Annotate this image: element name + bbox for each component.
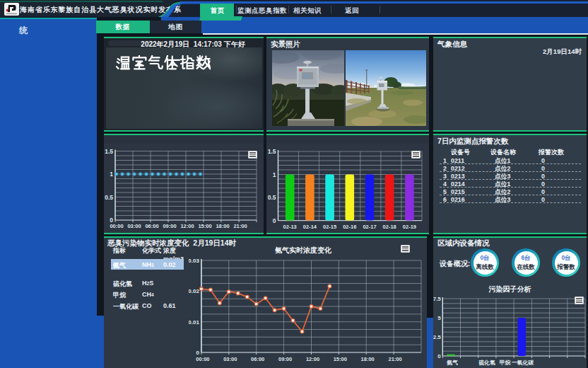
svg-text:06:00: 06:00 (145, 223, 158, 229)
svg-text:21:00: 21:00 (233, 223, 247, 229)
svg-text:0: 0 (196, 350, 199, 356)
svg-text:2.5: 2.5 (433, 334, 441, 340)
svg-text:02-16: 02-16 (343, 224, 356, 230)
svg-text:03:00: 03:00 (127, 223, 141, 229)
svg-text:02-15: 02-15 (323, 224, 336, 230)
svg-text:15:00: 15:00 (334, 356, 347, 362)
svg-text:0.5: 0.5 (268, 194, 276, 201)
svg-text:09:00: 09:00 (163, 223, 176, 229)
svg-text:1.5: 1.5 (268, 148, 276, 155)
svg-text:02-19: 02-19 (403, 224, 416, 230)
svg-text:氨气: 氨气 (446, 360, 458, 366)
svg-text:0.5: 0.5 (105, 194, 113, 201)
svg-text:0.01: 0.01 (189, 319, 199, 326)
svg-text:00:00: 00:00 (196, 356, 209, 362)
svg-text:12:00: 12:00 (306, 356, 319, 362)
svg-text:18:00: 18:00 (216, 223, 229, 229)
svg-text:02-17: 02-17 (363, 224, 376, 230)
svg-text:1.5: 1.5 (105, 148, 113, 155)
svg-text:0.02: 0.02 (189, 288, 199, 294)
svg-text:0: 0 (437, 353, 441, 360)
svg-text:硫化氢: 硫化氢 (478, 360, 495, 366)
svg-text:0.03: 0.03 (189, 258, 199, 264)
svg-text:02-13: 02-13 (283, 224, 297, 230)
svg-text:09:00: 09:00 (278, 356, 292, 362)
svg-text:一氧化碳: 一氧化碳 (512, 360, 534, 366)
svg-text:7.5: 7.5 (433, 296, 441, 302)
svg-text:1: 1 (273, 171, 276, 178)
svg-text:15:00: 15:00 (198, 223, 211, 229)
svg-text:03:00: 03:00 (223, 356, 237, 362)
svg-text:12:00: 12:00 (180, 223, 194, 229)
svg-text:06:00: 06:00 (251, 356, 264, 362)
svg-text:甲烷: 甲烷 (500, 360, 511, 366)
svg-text:0: 0 (273, 217, 276, 224)
svg-text:00:00: 00:00 (110, 223, 123, 229)
svg-text:21:00: 21:00 (389, 356, 402, 362)
svg-text:02-14: 02-14 (303, 224, 317, 230)
svg-text:18:00: 18:00 (361, 356, 375, 362)
svg-text:5: 5 (437, 315, 441, 321)
svg-text:02-18: 02-18 (383, 224, 396, 230)
svg-text:1: 1 (110, 171, 113, 178)
